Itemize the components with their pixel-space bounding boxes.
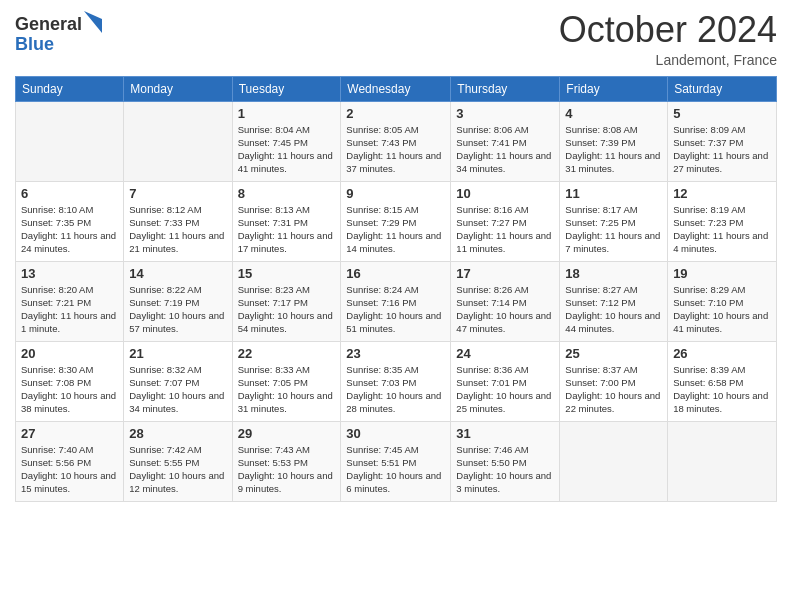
calendar-cell: 25Sunrise: 8:37 AMSunset: 7:00 PMDayligh…	[560, 341, 668, 421]
day-info: Sunrise: 8:09 AMSunset: 7:37 PMDaylight:…	[673, 123, 771, 176]
weekday-header-tuesday: Tuesday	[232, 76, 341, 101]
calendar-cell: 8Sunrise: 8:13 AMSunset: 7:31 PMDaylight…	[232, 181, 341, 261]
day-number: 2	[346, 106, 445, 121]
day-number: 18	[565, 266, 662, 281]
logo-blue-text: Blue	[15, 35, 102, 55]
day-info: Sunrise: 7:45 AMSunset: 5:51 PMDaylight:…	[346, 443, 445, 496]
day-number: 19	[673, 266, 771, 281]
calendar-cell: 23Sunrise: 8:35 AMSunset: 7:03 PMDayligh…	[341, 341, 451, 421]
day-info: Sunrise: 8:35 AMSunset: 7:03 PMDaylight:…	[346, 363, 445, 416]
day-info: Sunrise: 8:06 AMSunset: 7:41 PMDaylight:…	[456, 123, 554, 176]
calendar-cell: 21Sunrise: 8:32 AMSunset: 7:07 PMDayligh…	[124, 341, 232, 421]
day-info: Sunrise: 8:17 AMSunset: 7:25 PMDaylight:…	[565, 203, 662, 256]
title-block: October 2024 Landemont, France	[559, 10, 777, 68]
day-number: 8	[238, 186, 336, 201]
day-info: Sunrise: 8:10 AMSunset: 7:35 PMDaylight:…	[21, 203, 118, 256]
day-info: Sunrise: 8:15 AMSunset: 7:29 PMDaylight:…	[346, 203, 445, 256]
week-row-2: 13Sunrise: 8:20 AMSunset: 7:21 PMDayligh…	[16, 261, 777, 341]
day-info: Sunrise: 8:20 AMSunset: 7:21 PMDaylight:…	[21, 283, 118, 336]
day-info: Sunrise: 8:36 AMSunset: 7:01 PMDaylight:…	[456, 363, 554, 416]
day-number: 30	[346, 426, 445, 441]
day-info: Sunrise: 8:04 AMSunset: 7:45 PMDaylight:…	[238, 123, 336, 176]
day-info: Sunrise: 8:16 AMSunset: 7:27 PMDaylight:…	[456, 203, 554, 256]
calendar-cell: 24Sunrise: 8:36 AMSunset: 7:01 PMDayligh…	[451, 341, 560, 421]
day-info: Sunrise: 8:19 AMSunset: 7:23 PMDaylight:…	[673, 203, 771, 256]
day-number: 12	[673, 186, 771, 201]
day-info: Sunrise: 7:42 AMSunset: 5:55 PMDaylight:…	[129, 443, 226, 496]
month-title: October 2024	[559, 10, 777, 50]
calendar-cell: 28Sunrise: 7:42 AMSunset: 5:55 PMDayligh…	[124, 421, 232, 501]
header: General Blue October 2024 Landemont, Fra…	[15, 10, 777, 68]
week-row-0: 1Sunrise: 8:04 AMSunset: 7:45 PMDaylight…	[16, 101, 777, 181]
day-number: 17	[456, 266, 554, 281]
day-number: 21	[129, 346, 226, 361]
day-number: 29	[238, 426, 336, 441]
day-info: Sunrise: 8:37 AMSunset: 7:00 PMDaylight:…	[565, 363, 662, 416]
logo-icon	[84, 11, 102, 33]
day-number: 27	[21, 426, 118, 441]
calendar-cell: 20Sunrise: 8:30 AMSunset: 7:08 PMDayligh…	[16, 341, 124, 421]
weekday-header-wednesday: Wednesday	[341, 76, 451, 101]
day-number: 20	[21, 346, 118, 361]
calendar-cell: 22Sunrise: 8:33 AMSunset: 7:05 PMDayligh…	[232, 341, 341, 421]
calendar-cell	[668, 421, 777, 501]
svg-marker-0	[84, 11, 102, 33]
calendar-cell: 10Sunrise: 8:16 AMSunset: 7:27 PMDayligh…	[451, 181, 560, 261]
day-info: Sunrise: 8:22 AMSunset: 7:19 PMDaylight:…	[129, 283, 226, 336]
day-number: 31	[456, 426, 554, 441]
weekday-header-monday: Monday	[124, 76, 232, 101]
day-info: Sunrise: 8:29 AMSunset: 7:10 PMDaylight:…	[673, 283, 771, 336]
calendar-cell: 12Sunrise: 8:19 AMSunset: 7:23 PMDayligh…	[668, 181, 777, 261]
calendar-cell: 19Sunrise: 8:29 AMSunset: 7:10 PMDayligh…	[668, 261, 777, 341]
day-number: 7	[129, 186, 226, 201]
calendar-cell: 11Sunrise: 8:17 AMSunset: 7:25 PMDayligh…	[560, 181, 668, 261]
day-info: Sunrise: 8:32 AMSunset: 7:07 PMDaylight:…	[129, 363, 226, 416]
weekday-header-thursday: Thursday	[451, 76, 560, 101]
day-number: 1	[238, 106, 336, 121]
day-number: 13	[21, 266, 118, 281]
calendar-cell: 13Sunrise: 8:20 AMSunset: 7:21 PMDayligh…	[16, 261, 124, 341]
logo: General Blue	[15, 15, 102, 55]
day-number: 10	[456, 186, 554, 201]
calendar-cell: 6Sunrise: 8:10 AMSunset: 7:35 PMDaylight…	[16, 181, 124, 261]
day-number: 23	[346, 346, 445, 361]
day-number: 5	[673, 106, 771, 121]
day-info: Sunrise: 7:43 AMSunset: 5:53 PMDaylight:…	[238, 443, 336, 496]
day-number: 9	[346, 186, 445, 201]
day-number: 6	[21, 186, 118, 201]
day-info: Sunrise: 8:39 AMSunset: 6:58 PMDaylight:…	[673, 363, 771, 416]
day-info: Sunrise: 8:08 AMSunset: 7:39 PMDaylight:…	[565, 123, 662, 176]
day-info: Sunrise: 8:12 AMSunset: 7:33 PMDaylight:…	[129, 203, 226, 256]
day-number: 16	[346, 266, 445, 281]
day-number: 24	[456, 346, 554, 361]
calendar-cell: 3Sunrise: 8:06 AMSunset: 7:41 PMDaylight…	[451, 101, 560, 181]
day-info: Sunrise: 8:33 AMSunset: 7:05 PMDaylight:…	[238, 363, 336, 416]
day-info: Sunrise: 8:13 AMSunset: 7:31 PMDaylight:…	[238, 203, 336, 256]
calendar-cell: 16Sunrise: 8:24 AMSunset: 7:16 PMDayligh…	[341, 261, 451, 341]
weekday-header-friday: Friday	[560, 76, 668, 101]
calendar-cell: 26Sunrise: 8:39 AMSunset: 6:58 PMDayligh…	[668, 341, 777, 421]
calendar-cell: 30Sunrise: 7:45 AMSunset: 5:51 PMDayligh…	[341, 421, 451, 501]
week-row-1: 6Sunrise: 8:10 AMSunset: 7:35 PMDaylight…	[16, 181, 777, 261]
day-info: Sunrise: 8:05 AMSunset: 7:43 PMDaylight:…	[346, 123, 445, 176]
day-info: Sunrise: 8:24 AMSunset: 7:16 PMDaylight:…	[346, 283, 445, 336]
calendar-cell: 7Sunrise: 8:12 AMSunset: 7:33 PMDaylight…	[124, 181, 232, 261]
weekday-header-row: SundayMondayTuesdayWednesdayThursdayFrid…	[16, 76, 777, 101]
calendar-cell: 14Sunrise: 8:22 AMSunset: 7:19 PMDayligh…	[124, 261, 232, 341]
calendar-cell: 2Sunrise: 8:05 AMSunset: 7:43 PMDaylight…	[341, 101, 451, 181]
day-number: 11	[565, 186, 662, 201]
day-number: 3	[456, 106, 554, 121]
weekday-header-sunday: Sunday	[16, 76, 124, 101]
calendar-cell	[16, 101, 124, 181]
calendar-cell: 29Sunrise: 7:43 AMSunset: 5:53 PMDayligh…	[232, 421, 341, 501]
week-row-4: 27Sunrise: 7:40 AMSunset: 5:56 PMDayligh…	[16, 421, 777, 501]
day-number: 4	[565, 106, 662, 121]
day-info: Sunrise: 8:30 AMSunset: 7:08 PMDaylight:…	[21, 363, 118, 416]
calendar-cell	[124, 101, 232, 181]
calendar-cell: 31Sunrise: 7:46 AMSunset: 5:50 PMDayligh…	[451, 421, 560, 501]
calendar-cell: 5Sunrise: 8:09 AMSunset: 7:37 PMDaylight…	[668, 101, 777, 181]
calendar-cell	[560, 421, 668, 501]
weekday-header-saturday: Saturday	[668, 76, 777, 101]
calendar: SundayMondayTuesdayWednesdayThursdayFrid…	[15, 76, 777, 502]
day-number: 15	[238, 266, 336, 281]
